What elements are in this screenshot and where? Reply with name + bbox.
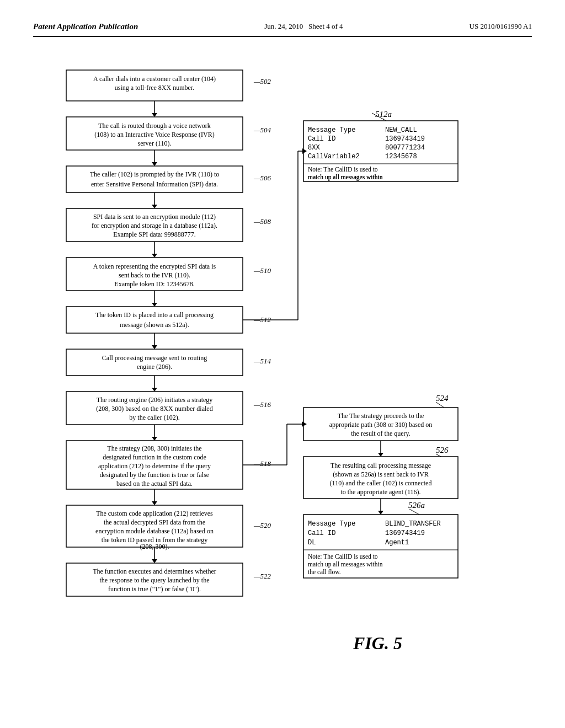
svg-text:—514: —514 xyxy=(253,357,271,365)
publication-number: US 2010/0161990 A1 xyxy=(470,22,532,31)
svg-text:1369743419: 1369743419 xyxy=(385,529,425,537)
svg-marker-60 xyxy=(152,501,157,505)
svg-text:Call ID: Call ID xyxy=(308,135,335,143)
svg-text:The routing engine (206) initi: The routing engine (206) initiates a str… xyxy=(97,396,213,404)
svg-text:based on the actual SPI data.: based on the actual SPI data. xyxy=(116,480,193,488)
svg-text:The custom code application (2: The custom code application (212) retrie… xyxy=(96,510,213,517)
svg-text:the actual decrypted SPI data : the actual decrypted SPI data from the xyxy=(104,518,205,526)
svg-text:Call processing message sent t: Call processing message sent to routing xyxy=(102,354,207,362)
svg-text:the result of the query.: the result of the query. xyxy=(351,430,411,437)
page-header: Patent Application Publication Jun. 24, … xyxy=(33,22,532,37)
svg-text:—510: —510 xyxy=(253,266,271,275)
svg-text:Call ID: Call ID xyxy=(308,529,335,537)
svg-text:The call is routed through a v: The call is routed through a voice netwo… xyxy=(98,122,211,130)
svg-text:—520: —520 xyxy=(253,521,271,529)
publication-date: Jun. 24, 2010 Sheet 4 of 4 xyxy=(264,22,343,31)
svg-text:function is true ("1") or fals: function is true ("1") or false ("0"). xyxy=(108,585,201,593)
svg-text:—506: —506 xyxy=(253,174,271,182)
svg-text:12345678: 12345678 xyxy=(385,153,417,160)
svg-text:NEW_CALL: NEW_CALL xyxy=(385,126,417,134)
svg-marker-69 xyxy=(152,559,157,563)
svg-text:—508: —508 xyxy=(253,217,271,226)
svg-text:—516: —516 xyxy=(253,400,271,409)
svg-text:match up all messages within: match up all messages within xyxy=(308,561,383,568)
svg-text:Agent1: Agent1 xyxy=(385,539,409,547)
svg-marker-114 xyxy=(378,511,383,515)
svg-line-116 xyxy=(409,509,419,515)
svg-text:8007771234: 8007771234 xyxy=(385,144,425,152)
svg-text:match up all messages within: match up all messages within xyxy=(308,174,383,181)
svg-text:Message Type: Message Type xyxy=(308,126,355,134)
svg-line-95 xyxy=(436,402,444,408)
svg-marker-25 xyxy=(152,254,157,258)
svg-text:BLIND_TRANSFER: BLIND_TRANSFER xyxy=(385,520,441,528)
svg-text:sent back to the IVR (110).: sent back to the IVR (110). xyxy=(119,271,190,279)
svg-text:CallVariable2: CallVariable2 xyxy=(308,153,360,160)
svg-text:engine (206).: engine (206). xyxy=(137,363,172,371)
svg-text:The token ID is placed into a : The token ID is placed into a call proce… xyxy=(95,311,214,319)
svg-text:The caller (102) is prompted b: The caller (102) is prompted by the IVR … xyxy=(90,170,220,178)
svg-text:message (shown as 512a).: message (shown as 512a). xyxy=(120,321,189,329)
svg-text:—502: —502 xyxy=(253,77,271,85)
svg-text:using a toll-free 8XX number.: using a toll-free 8XX number. xyxy=(115,84,194,92)
svg-text:the call flow.: the call flow. xyxy=(308,569,341,575)
svg-text:DL: DL xyxy=(308,539,316,547)
svg-text:appropriate path (308 or 310) : appropriate path (308 or 310) based on xyxy=(329,421,433,429)
svg-text:for encryption and storage in : for encryption and storage in a database… xyxy=(92,222,217,229)
svg-text:Note: The CallID is used to: Note: The CallID is used to xyxy=(308,553,378,560)
svg-marker-32 xyxy=(152,303,157,307)
svg-text:Message Type: Message Type xyxy=(308,520,355,528)
svg-text:application (212) to determine: application (212) to determine if the qu… xyxy=(98,462,211,470)
svg-marker-18 xyxy=(152,205,157,208)
svg-text:FIG. 5: FIG. 5 xyxy=(353,633,402,653)
svg-text:Example token ID: 12345678.: Example token ID: 12345678. xyxy=(114,280,194,288)
svg-text:The function executes and dete: The function executes and determines whe… xyxy=(93,568,216,575)
svg-text:(110) and the caller (102) is : (110) and the caller (102) is connected xyxy=(330,479,432,487)
svg-text:by the caller (102).: by the caller (102). xyxy=(129,414,179,421)
svg-text:server (110).: server (110). xyxy=(138,140,172,147)
svg-text:1369743419: 1369743419 xyxy=(385,135,425,143)
svg-text:Note: The CallID is used to: Note: The CallID is used to xyxy=(308,166,378,173)
svg-rect-39 xyxy=(66,349,243,376)
svg-text:designated function in the cus: designated function in the custom code xyxy=(103,453,206,461)
svg-text:The The strategy proceeds to t: The The strategy proceeds to the xyxy=(338,412,424,420)
svg-text:526a: 526a xyxy=(408,501,425,510)
svg-text:encryption module database (11: encryption module database (112a) based … xyxy=(95,527,214,535)
svg-text:designated by the function is : designated by the function is true or fa… xyxy=(100,471,209,479)
svg-marker-12 xyxy=(152,162,157,166)
svg-text:enter Sensitive Personal Infor: enter Sensitive Personal Information (SP… xyxy=(91,180,218,188)
svg-text:8XX: 8XX xyxy=(308,144,320,152)
svg-text:524: 524 xyxy=(436,394,449,403)
svg-text:to the appropriate agent (116): to the appropriate agent (116). xyxy=(340,488,420,496)
svg-text:(208, 300) based on the 8XX nu: (208, 300) based on the 8XX number diale… xyxy=(96,405,212,413)
svg-text:the response to the query laun: the response to the query launched by th… xyxy=(100,576,210,584)
svg-text:The strategy (208, 300) initia: The strategy (208, 300) initiates the xyxy=(107,445,201,452)
svg-text:SPI data is sent to an encrypt: SPI data is sent to an encryption module… xyxy=(93,213,216,221)
svg-marker-5 xyxy=(152,113,157,117)
svg-text:—522: —522 xyxy=(253,572,271,580)
svg-text:(shown as 526a) is sent back t: (shown as 526a) is sent back to IVR xyxy=(333,470,429,478)
svg-marker-38 xyxy=(152,345,157,349)
svg-marker-44 xyxy=(152,388,157,392)
svg-marker-105 xyxy=(378,453,383,457)
svg-text:512a: 512a xyxy=(375,110,392,119)
svg-marker-51 xyxy=(152,437,157,441)
publication-title: Patent Application Publication xyxy=(33,22,138,31)
svg-text:(108) to an Interactive Voice : (108) to an Interactive Voice Response (… xyxy=(94,131,215,138)
svg-text:—518: —518 xyxy=(253,459,271,468)
svg-text:Example SPI data: 999888777.: Example SPI data: 999888777. xyxy=(113,231,195,238)
svg-text:A caller dials into a customer: A caller dials into a customer call cent… xyxy=(93,75,216,83)
svg-text:The resulting call processing : The resulting call processing message xyxy=(331,462,431,469)
flow-diagram: A caller dials into a customer call cent… xyxy=(33,53,532,704)
svg-text:526: 526 xyxy=(436,446,449,454)
svg-text:—504: —504 xyxy=(253,126,271,134)
svg-text:A token representing the encry: A token representing the encrypted SPI d… xyxy=(93,263,216,270)
